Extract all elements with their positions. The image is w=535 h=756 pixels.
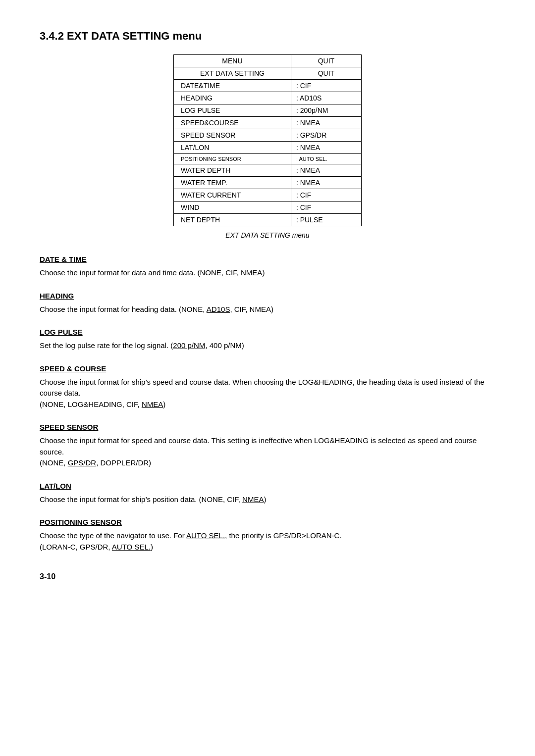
menu-row-label: LOG PULSE [174,104,291,117]
menu-row-label: WATER TEMP. [174,177,291,189]
menu-row-value: : AD10S [291,92,361,104]
menu-table-row: DATE&TIME: CIF [174,80,362,92]
menu-row-value: : AUTO SEL. [291,154,361,164]
underline-text: AUTO SEL. [112,543,151,551]
underline-text: AD10S [207,305,230,313]
section-title-lat-lon: LAT/LON [40,482,495,490]
section-speed-course: SPEED & COURSEChoose the input format fo… [40,364,495,410]
section-speed-sensor: SPEED SENSORChoose the input format for … [40,423,495,469]
menu-table-wrapper: MENU QUIT EXT DATA SETTING QUIT DATE&TIM… [40,54,495,226]
menu-table-row: WATER DEPTH: NMEA [174,164,362,177]
section-body-positioning-sensor: Choose the type of the navigator to use.… [40,530,495,553]
menu-row-label: WIND [174,202,291,214]
menu-table-row: SPEED&COURSE: NMEA [174,117,362,129]
menu-row-label: WATER CURRENT [174,189,291,202]
section-title-positioning-sensor: POSITIONING SENSOR [40,518,495,526]
section-body-speed-sensor: Choose the input format for speed and co… [40,435,495,469]
menu-table-row: HEADING: AD10S [174,92,362,104]
underline-text: NMEA [242,495,264,504]
menu-row-label: DATE&TIME [174,80,291,92]
underline-text: GPS/DR [68,458,97,467]
page-title: 3.4.2 EXT DATA SETTING menu [40,30,495,43]
menu-row-label: POSITIONING SENSOR [174,154,291,164]
header-quit-label: QUIT [291,55,361,67]
section-date-time: DATE & TIMEChoose the input format for d… [40,255,495,279]
underline-text: CIF [225,268,237,277]
underline-text: AUTO SEL. [186,531,225,540]
sections-container: DATE & TIMEChoose the input format for d… [40,255,495,553]
section-body-log-pulse: Set the log pulse rate for the log signa… [40,340,495,352]
menu-rows: DATE&TIME: CIFHEADING: AD10SLOG PULSE: 2… [174,80,362,226]
menu-table: MENU QUIT EXT DATA SETTING QUIT DATE&TIM… [173,54,362,226]
header-menu-label: MENU [174,55,291,67]
section-body-heading: Choose the input format for heading data… [40,304,495,315]
menu-table-row: WATER CURRENT: CIF [174,189,362,202]
menu-table-header: MENU QUIT [174,55,362,67]
section-heading: HEADINGChoose the input format for headi… [40,292,495,315]
menu-table-row: POSITIONING SENSOR: AUTO SEL. [174,154,362,164]
underline-text: NMEA [142,400,163,408]
menu-row-value: : 200p/NM [291,104,361,117]
section-positioning-sensor: POSITIONING SENSORChoose the type of the… [40,518,495,553]
menu-table-row: WATER TEMP.: NMEA [174,177,362,189]
section-title-date-time: DATE & TIME [40,255,495,263]
section-body-date-time: Choose the input format for data and tim… [40,267,495,279]
section-title-speed-sensor: SPEED SENSOR [40,423,495,431]
section-log-pulse: LOG PULSESet the log pulse rate for the … [40,328,495,352]
section-title-log-pulse: LOG PULSE [40,328,495,336]
menu-row-label: NET DEPTH [174,214,291,226]
menu-table-row: LAT/LON: NMEA [174,142,362,154]
menu-row-label: HEADING [174,92,291,104]
menu-row-value: : CIF [291,80,361,92]
menu-row-value: : NMEA [291,117,361,129]
section-body-speed-course: Choose the input format for ship’s speed… [40,377,495,410]
menu-row-value: : NMEA [291,177,361,189]
menu-row-label: LAT/LON [174,142,291,154]
section-lat-lon: LAT/LONChoose the input format for ship’… [40,482,495,505]
section-body-lat-lon: Choose the input format for ship’s posit… [40,494,495,505]
menu-row-value: : NMEA [291,142,361,154]
menu-row-label: SPEED&COURSE [174,117,291,129]
menu-row-value: : GPS/DR [291,129,361,142]
section-title-heading: HEADING [40,292,495,300]
page-number: 3-10 [40,572,495,581]
ext-quit-label: QUIT [291,67,361,80]
menu-row-value: : PULSE [291,214,361,226]
menu-table-row: LOG PULSE: 200p/NM [174,104,362,117]
menu-row-value: : CIF [291,189,361,202]
section-title-speed-course: SPEED & COURSE [40,364,495,373]
menu-table-row: NET DEPTH: PULSE [174,214,362,226]
menu-caption: EXT DATA SETTING menu [40,231,495,239]
menu-row-value: : CIF [291,202,361,214]
underline-text: 200 p/NM [173,341,205,350]
menu-table-row: WIND: CIF [174,202,362,214]
menu-table-row: SPEED SENSOR: GPS/DR [174,129,362,142]
menu-row-label: SPEED SENSOR [174,129,291,142]
menu-table-subheader: EXT DATA SETTING QUIT [174,67,362,80]
ext-setting-label: EXT DATA SETTING [174,67,291,80]
menu-row-value: : NMEA [291,164,361,177]
menu-row-label: WATER DEPTH [174,164,291,177]
